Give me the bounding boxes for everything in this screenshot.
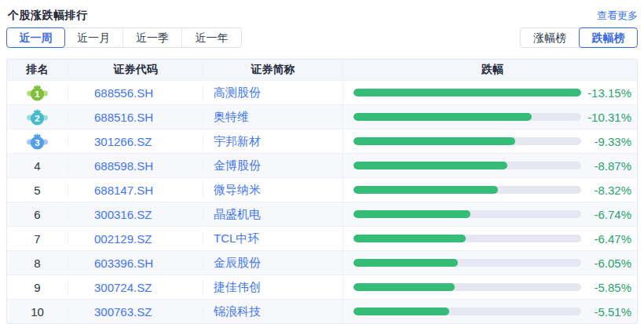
cell-change: -13.15%: [342, 81, 637, 104]
cell-name: 晶盛机电: [203, 207, 342, 222]
table-body: 1688556.SH高测股份-13.15%2688516.SH奥特维-10.31…: [7, 80, 637, 323]
stock-name-link[interactable]: 宇邦新材: [214, 134, 261, 147]
page-title: 个股涨跌幅排行: [6, 9, 88, 23]
period-tab-1[interactable]: 近一月: [64, 28, 123, 47]
table-row: 3301266.SZ宇邦新材-9.33%: [7, 129, 637, 153]
change-value: -5.51%: [581, 305, 631, 319]
cell-change: -9.33%: [342, 129, 637, 153]
cell-code: 688556.SH: [68, 86, 203, 100]
period-tab-2[interactable]: 近一季: [123, 28, 182, 47]
svg-text:3: 3: [35, 138, 39, 147]
rank-number: 10: [31, 305, 44, 319]
change-bar-track: [353, 235, 581, 242]
cell-rank: 3: [7, 133, 68, 151]
column-header-name: 证券简称: [203, 63, 342, 77]
table-row: 5688147.SH微导纳米-8.32%: [7, 177, 637, 202]
svg-text:2: 2: [35, 114, 39, 123]
stock-code-link[interactable]: 688516.SH: [94, 111, 153, 124]
stock-code-link[interactable]: 688556.SH: [94, 86, 153, 100]
cell-name: 微导纳米: [203, 183, 342, 198]
controls-row: 近一周近一月近一季近一年 涨幅榜跌幅榜: [6, 27, 638, 48]
cell-name: 金博股份: [203, 158, 342, 173]
change-value: -6.47%: [581, 232, 631, 246]
stock-name-link[interactable]: TCL中环: [214, 231, 259, 245]
svg-text:1: 1: [35, 89, 40, 99]
rank-number: 4: [34, 159, 40, 173]
table-row: 2688516.SH奥特维-10.31%: [7, 104, 637, 129]
rank-number: 7: [34, 232, 40, 246]
rank-1-medal-icon: 1: [27, 84, 48, 102]
stock-code-link[interactable]: 300763.SZ: [94, 305, 152, 319]
stock-name-link[interactable]: 金博股份: [214, 158, 261, 172]
cell-name: 高测股份: [203, 86, 342, 100]
change-bar-track: [353, 162, 581, 169]
cell-name: TCL中环: [203, 231, 342, 246]
change-bar-fill: [353, 162, 507, 169]
board-tab-group: 涨幅榜跌幅榜: [520, 27, 638, 48]
stock-code-link[interactable]: 002129.SZ: [94, 232, 152, 246]
cell-rank: 10: [7, 305, 68, 319]
table-header-row: 排名 证券代码 证券简称 跌幅: [7, 60, 637, 80]
table-row: 1688556.SH高测股份-13.15%: [7, 80, 637, 104]
cell-code: 300763.SZ: [68, 305, 203, 319]
change-value: -6.05%: [581, 257, 631, 270]
board-tab-0[interactable]: 涨幅榜: [521, 28, 580, 47]
period-tab-0[interactable]: 近一周: [6, 27, 65, 48]
stock-code-link[interactable]: 300316.SZ: [94, 208, 152, 221]
cell-change: -8.32%: [342, 178, 637, 202]
cell-rank: 7: [7, 232, 68, 246]
change-bar-fill: [353, 308, 449, 315]
change-bar-fill: [353, 259, 458, 267]
period-tab-group: 近一周近一月近一季近一年: [6, 27, 242, 48]
cell-rank: 6: [7, 208, 68, 221]
board-tab-1[interactable]: 跌幅榜: [579, 27, 638, 48]
stock-name-link[interactable]: 高测股份: [214, 86, 261, 99]
change-bar-fill: [353, 186, 498, 194]
stock-name-link[interactable]: 晶盛机电: [214, 207, 261, 220]
change-value: -5.85%: [581, 281, 631, 294]
stock-name-link[interactable]: 微导纳米: [214, 183, 261, 196]
stock-rank-widget: 个股涨跌幅排行 查看更多 近一周近一月近一季近一年 涨幅榜跌幅榜 排名 证券代码…: [0, 0, 644, 324]
stock-code-link[interactable]: 688598.SH: [94, 159, 153, 173]
cell-code: 603396.SH: [68, 257, 203, 270]
view-more-link[interactable]: 查看更多: [597, 9, 638, 23]
table-row: 10300763.SZ锦浪科技-5.51%: [7, 299, 637, 323]
rank-number: 8: [34, 257, 40, 270]
change-bar-fill: [353, 89, 581, 96]
change-bar-track: [353, 308, 581, 315]
change-value: -9.33%: [581, 135, 631, 148]
cell-code: 688516.SH: [68, 111, 203, 124]
stock-code-link[interactable]: 603396.SH: [94, 257, 153, 270]
cell-rank: 8: [7, 257, 68, 270]
column-header-change: 跌幅: [342, 60, 637, 80]
change-bar-track: [353, 137, 581, 145]
cell-code: 688147.SH: [68, 184, 203, 197]
stock-code-link[interactable]: 301266.SZ: [94, 135, 152, 148]
change-bar-track: [353, 89, 581, 96]
stock-name-link[interactable]: 奥特维: [214, 110, 249, 123]
cell-change: -10.31%: [342, 105, 637, 129]
cell-rank: 5: [7, 184, 68, 197]
change-bar-fill: [353, 210, 470, 218]
cell-name: 宇邦新材: [203, 134, 342, 149]
period-tab-3[interactable]: 近一年: [182, 28, 241, 47]
cell-change: -6.47%: [342, 227, 637, 250]
rank-number: 6: [34, 208, 40, 221]
stock-name-link[interactable]: 捷佳伟创: [214, 280, 261, 293]
change-value: -13.15%: [581, 86, 631, 100]
stock-code-link[interactable]: 688147.SH: [94, 184, 153, 197]
cell-change: -5.51%: [342, 300, 637, 323]
cell-code: 300316.SZ: [68, 208, 203, 221]
change-bar-track: [353, 186, 581, 194]
cell-change: -8.87%: [342, 154, 637, 177]
ranking-table: 排名 证券代码 证券简称 跌幅 1688556.SH高测股份-13.15%268…: [6, 59, 638, 324]
stock-code-link[interactable]: 300724.SZ: [94, 281, 152, 294]
stock-name-link[interactable]: 锦浪科技: [214, 304, 261, 318]
stock-name-link[interactable]: 金辰股份: [214, 256, 261, 269]
rank-number: 5: [34, 184, 40, 197]
cell-code: 002129.SZ: [68, 232, 203, 246]
change-bar-track: [353, 113, 581, 121]
change-bar-fill: [353, 137, 515, 145]
rank-3-medal-icon: 3: [27, 133, 48, 151]
cell-name: 奥特维: [203, 110, 342, 125]
